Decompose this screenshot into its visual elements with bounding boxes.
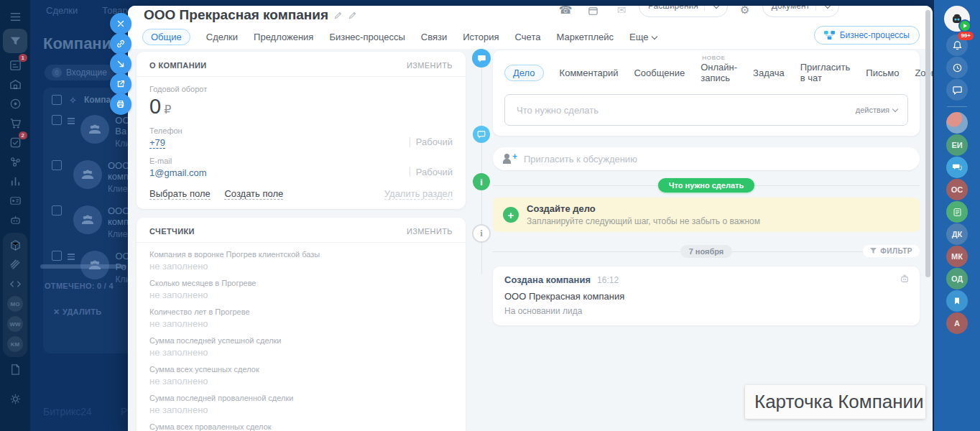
document-button[interactable]: Документ — [762, 6, 839, 17]
composer-tab-task[interactable]: Задача — [753, 68, 785, 78]
close-icon[interactable] — [110, 13, 131, 34]
todo-input[interactable] — [515, 104, 856, 116]
timeline-event-card[interactable]: Создана компания 16:12 ООО Прекрасная ко… — [493, 267, 920, 325]
brand-logo[interactable]: Битрикс24 — [43, 406, 92, 417]
edit-pencil-icon[interactable] — [333, 11, 343, 20]
call-icon[interactable]: ☎ — [555, 6, 576, 17]
sidebar-item-layers[interactable] — [3, 255, 27, 274]
user-avatar[interactable] — [944, 6, 970, 32]
recent-chat-group[interactable] — [946, 157, 968, 178]
columns-gear-icon[interactable] — [68, 96, 78, 105]
recent-chat-avatar[interactable]: А — [946, 312, 968, 334]
composer-tab-letter[interactable]: Письмо — [866, 68, 899, 78]
history-button[interactable] — [946, 57, 968, 78]
recent-chat-list[interactable] — [946, 201, 968, 223]
extensions-button[interactable]: Расширения — [639, 6, 728, 17]
revenue-value[interactable]: 0₽ — [149, 95, 453, 119]
sidebar-item-storage[interactable] — [3, 75, 27, 94]
select-all-checkbox[interactable] — [52, 95, 62, 105]
row-checkbox[interactable] — [52, 205, 62, 216]
row-checkbox[interactable] — [52, 160, 62, 170]
invite-input[interactable] — [522, 153, 910, 165]
messenger-button[interactable] — [946, 79, 968, 101]
sidebar-item-app-ww[interactable]: WW — [7, 316, 23, 332]
horizontal-scrollbar[interactable] — [40, 264, 126, 269]
settings-gear-icon[interactable] — [3, 389, 27, 409]
sidebar-item-marketing[interactable] — [3, 94, 27, 113]
tab-history[interactable]: История — [463, 32, 499, 42]
sidebar-item-tasks[interactable]: 1 — [3, 55, 27, 75]
sidebar-item-network[interactable] — [3, 152, 27, 172]
saved-messages[interactable] — [946, 290, 968, 312]
delete-section-link[interactable]: Удалить раздел — [384, 188, 453, 200]
about-card: О КОМПАНИИ ИЗМЕНИТЬ Годовой оборот 0₽ Те… — [137, 52, 466, 209]
screen-caption: Карточка Компании — [745, 385, 925, 419]
top-menu-deals[interactable]: Сделки — [46, 5, 78, 16]
sidebar-item-app-mo[interactable]: MO — [7, 296, 23, 312]
recent-chat-avatar[interactable]: ДК — [946, 223, 968, 245]
tab-invoices[interactable]: Счета — [515, 32, 541, 42]
composer-tab-message[interactable]: Сообщение — [634, 68, 685, 78]
mail-icon[interactable]: ✉ — [611, 6, 632, 17]
delete-action[interactable]: ✕ УДАЛИТЬ — [53, 307, 101, 317]
create-field-link[interactable]: Создать поле — [224, 188, 283, 200]
email-value[interactable]: 1@gmail.com — [149, 167, 207, 178]
sidebar-item-stats[interactable] — [3, 172, 27, 191]
row-checkbox[interactable] — [52, 115, 62, 125]
company-avatar — [80, 115, 109, 144]
phone-value[interactable]: +79 — [149, 137, 165, 149]
tab-more[interactable]: Еще — [629, 32, 656, 42]
sidebar-item-market[interactable] — [3, 236, 27, 255]
chip-incoming[interactable]: 0Входящие — [45, 65, 114, 80]
print-icon[interactable] — [110, 93, 131, 115]
sidebar-item-docs[interactable] — [3, 360, 27, 379]
sidebar-item-activities[interactable]: 2 — [3, 133, 27, 152]
tab-general[interactable]: Общие — [142, 29, 190, 45]
business-process-button[interactable]: Бизнес-процессы — [814, 26, 920, 45]
gear-icon[interactable]: ⚙ — [734, 6, 756, 17]
tab-marketplace[interactable]: Маркетплейс — [556, 32, 614, 42]
sidebar-item-shop[interactable] — [3, 113, 27, 133]
create-todo-hint[interactable]: + Создайте дело Запланируйте следующий ш… — [493, 198, 920, 232]
composer-tab-online-booking[interactable]: НОВОЕОнлайн-запись — [701, 62, 737, 83]
slider-scrollbar[interactable] — [925, 10, 930, 277]
sidebar-item-copilot[interactable] — [3, 210, 27, 230]
composer-chat-icon — [472, 49, 491, 68]
counters-edit-button[interactable]: ИЗМЕНИТЬ — [407, 227, 453, 236]
select-field-link[interactable]: Выбрать поле — [149, 188, 211, 200]
row-checkbox[interactable] — [52, 251, 62, 261]
menu-icon[interactable] — [3, 7, 27, 27]
actions-dropdown[interactable]: действия — [856, 106, 897, 114]
tab-links[interactable]: Связи — [421, 32, 447, 42]
open-new-window-icon[interactable] — [110, 73, 131, 95]
sidebar-item-crm[interactable] — [3, 29, 27, 53]
recent-chat-avatar[interactable]: ОС — [946, 179, 968, 200]
about-edit-button[interactable]: ИЗМЕНИТЬ — [407, 61, 453, 70]
notifications-button[interactable]: 99+ — [946, 34, 968, 56]
copy-link-icon[interactable] — [110, 33, 131, 55]
sidebar-item-contact-center[interactable] — [3, 191, 27, 210]
drag-handle-icon[interactable] — [68, 252, 75, 261]
drag-handle-icon[interactable] — [68, 116, 75, 126]
recent-chat-avatar[interactable] — [946, 112, 968, 134]
tab-bizproc[interactable]: Бизнес-процессы — [329, 32, 405, 42]
todo-input-box: действия — [504, 94, 908, 126]
composer-tab-comment[interactable]: Комментарий — [560, 68, 619, 78]
recent-chat-avatar[interactable]: МК — [946, 246, 968, 267]
card-icon[interactable] — [583, 6, 604, 17]
slider-tabs: Общие Сделки Предложения Бизнес-процессы… — [142, 29, 657, 45]
counter-field: Сколько месяцев в Прогревене заполнено — [137, 279, 466, 300]
todo-pill[interactable]: Что нужно сделать — [658, 178, 754, 193]
filter-button[interactable]: ФИЛЬТР — [863, 245, 920, 257]
recent-chat-avatar[interactable]: ЕИ — [946, 134, 968, 156]
composer-tab-invite-chat[interactable]: Пригласить в чат — [800, 62, 851, 83]
composer-tab-todo[interactable]: Дело — [504, 65, 544, 81]
sidebar-item-app-km[interactable]: KM — [7, 336, 23, 352]
sidebar-item-developer[interactable] — [3, 274, 27, 294]
recent-chat-avatar[interactable]: ОД — [946, 268, 968, 289]
edit-pencil-icon[interactable] — [348, 11, 357, 20]
collapse-arrow-icon[interactable] — [110, 53, 131, 75]
tab-deals[interactable]: Сделки — [206, 32, 238, 42]
chat-bubble-icon — [946, 79, 968, 101]
tab-quotes[interactable]: Предложения — [254, 32, 313, 42]
